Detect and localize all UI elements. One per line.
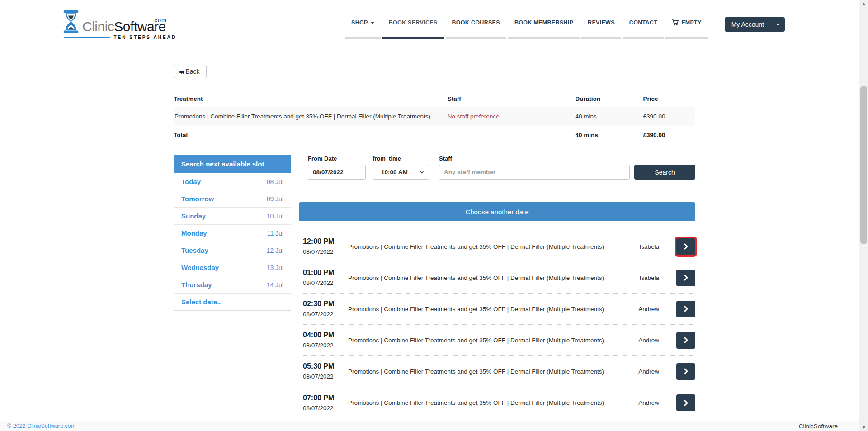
slot-search-form: From Date from_time 10:00 AM Staff [299, 155, 695, 180]
choose-another-date-button[interactable]: Choose another date [299, 202, 695, 221]
slot-row: 02:30 PM 08/07/2022 Promotions | Combine… [303, 294, 695, 325]
slot-description: Promotions | Combine Filler Treatments a… [348, 368, 638, 375]
slot-staff-name: Isabela [639, 275, 659, 281]
chevron-right-icon [684, 368, 689, 375]
chevron-right-icon [684, 336, 689, 344]
day-date: 12 Jul [267, 247, 283, 254]
back-label: Back [185, 68, 199, 75]
slot-time: 12:00 PM [303, 237, 348, 246]
search-button[interactable]: Search [634, 165, 695, 180]
col-header-treatment: Treatment [174, 93, 448, 107]
day-date: 11 Jul [267, 230, 283, 237]
staff-preference-cell: No staff preference [448, 107, 576, 126]
my-account-button[interactable]: My Account [725, 17, 771, 32]
slot-time: 05:30 PM [303, 362, 348, 371]
sidebar-item-today[interactable]: Today 08 Jul [174, 173, 291, 190]
slot-time: 04:00 PM [303, 331, 348, 340]
sidebar-item-monday[interactable]: Monday 11 Jul [174, 224, 291, 242]
available-slots-list: 12:00 PM 08/07/2022 Promotions | Combine… [299, 231, 695, 418]
slot-date: 08/07/2022 [303, 372, 348, 381]
sidebar-item-tuesday[interactable]: Tuesday 12 Jul [174, 242, 291, 259]
scroll-up-arrow[interactable] [859, 0, 868, 8]
nav-item-book-courses[interactable]: BOOK COURSES [446, 15, 506, 39]
book-slot-button[interactable] [676, 363, 695, 380]
results-column: From Date from_time 10:00 AM Staff [299, 155, 695, 418]
slot-time: 02:30 PM [303, 299, 348, 308]
nav-item-book-membership[interactable]: BOOK MEMBERSHIP [508, 15, 580, 39]
day-date: 09 Jul [267, 195, 283, 203]
day-date: 13 Jul [267, 264, 283, 271]
clinicsoftware-logo[interactable]: ClinicSoftware .com TEN STEPS AHEAD [63, 10, 176, 40]
book-slot-button[interactable] [676, 332, 695, 349]
price-cell: £390.00 [643, 107, 695, 126]
hourglass-icon [63, 10, 79, 33]
footer-brand: ClinicSoftware [799, 423, 838, 430]
day-label: Wednesday [181, 264, 219, 271]
day-label: Today [181, 178, 201, 185]
col-header-duration: Duration [576, 93, 643, 107]
nav-item-reviews[interactable]: REVIEWS [581, 15, 621, 39]
slot-description: Promotions | Combine Filler Treatments a… [348, 399, 638, 406]
sidebar-item-tomorrow[interactable]: Tomorrow 09 Jul [174, 190, 291, 207]
slot-staff-name: Andrew [638, 399, 659, 406]
vertical-scrollbar[interactable] [859, 0, 868, 431]
nav-item-contact[interactable]: CONTACT [623, 15, 664, 39]
rewind-icon: ◀◀ [179, 69, 182, 74]
sidebar-item-wednesday[interactable]: Wednesday 13 Jul [174, 259, 291, 276]
booking-summary-table: Treatment Staff Duration Price Promotion… [174, 93, 695, 144]
logo-wordmark: ClinicSoftware .com [82, 20, 166, 33]
treatment-cell: Promotions | Combine Filler Treatments a… [174, 107, 448, 126]
cart-icon [672, 19, 679, 26]
main-nav: SHOP BOOK SERVICES BOOK COURSES BOOK MEM… [345, 15, 710, 39]
day-date: 08 Jul [267, 178, 283, 185]
slot-time: 07:00 PM [303, 393, 348, 403]
slot-date: 08/07/2022 [303, 310, 348, 318]
slot-panel-title: Search next available slot [174, 155, 291, 173]
nav-item-cart-empty[interactable]: EMPTY [665, 15, 708, 39]
day-label: Select date.. [181, 298, 221, 306]
scrollbar-thumb[interactable] [860, 86, 867, 244]
my-account-dropdown-toggle[interactable] [771, 17, 785, 32]
slot-date: 08/07/2022 [303, 247, 348, 256]
book-slot-button[interactable] [676, 238, 695, 255]
footer-copyright-link[interactable]: © 2022 ClinicSoftware.com [7, 423, 75, 429]
from-date-input[interactable] [308, 165, 366, 180]
chevron-right-icon [684, 305, 689, 313]
book-slot-button[interactable] [676, 301, 695, 317]
total-price: £390.00 [643, 126, 695, 144]
table-row: Promotions | Combine Filler Treatments a… [174, 107, 695, 126]
nav-label: REVIEWS [588, 19, 615, 26]
slot-row: 07:00 PM 08/07/2022 Promotions | Combine… [303, 387, 695, 418]
staff-input[interactable] [439, 165, 630, 180]
nav-item-shop[interactable]: SHOP [345, 15, 381, 39]
scroll-down-arrow[interactable] [859, 423, 868, 431]
footer: © 2022 ClinicSoftware.com ClinicSoftware [0, 421, 859, 431]
chevron-right-icon [684, 243, 689, 250]
from-time-select[interactable]: 10:00 AM [373, 165, 429, 180]
slot-staff-name: Andrew [638, 337, 659, 344]
nav-label: BOOK SERVICES [389, 19, 438, 26]
back-button[interactable]: ◀◀ Back [174, 65, 207, 78]
sidebar-item-sunday[interactable]: Sunday 10 Jul [174, 207, 291, 224]
tagline-line [64, 37, 110, 38]
chevron-down-icon [420, 171, 424, 174]
from-date-label: From Date [308, 155, 366, 162]
col-header-price: Price [643, 93, 695, 107]
day-label: Thursday [181, 281, 212, 289]
slot-row: 04:00 PM 08/07/2022 Promotions | Combine… [303, 325, 695, 356]
book-slot-button[interactable] [676, 394, 695, 411]
from-time-label: from_time [373, 155, 429, 162]
slot-row: 12:00 PM 08/07/2022 Promotions | Combine… [303, 231, 695, 262]
staff-label: Staff [439, 155, 630, 162]
book-slot-button[interactable] [676, 270, 695, 286]
table-header-row: Treatment Staff Duration Price [174, 93, 695, 107]
from-time-value: 10:00 AM [381, 169, 408, 175]
nav-item-book-services[interactable]: BOOK SERVICES [382, 15, 444, 39]
day-date: 14 Jul [267, 281, 283, 289]
nav-label: EMPTY [681, 19, 702, 26]
sidebar-item-thursday[interactable]: Thursday 14 Jul [174, 276, 291, 293]
slot-description: Promotions | Combine Filler Treatments a… [348, 306, 638, 313]
slot-row: 05:30 PM 08/07/2022 Promotions | Combine… [303, 356, 695, 387]
sidebar-item-select-date[interactable]: Select date.. [174, 293, 291, 310]
slot-date: 08/07/2022 [303, 404, 348, 412]
